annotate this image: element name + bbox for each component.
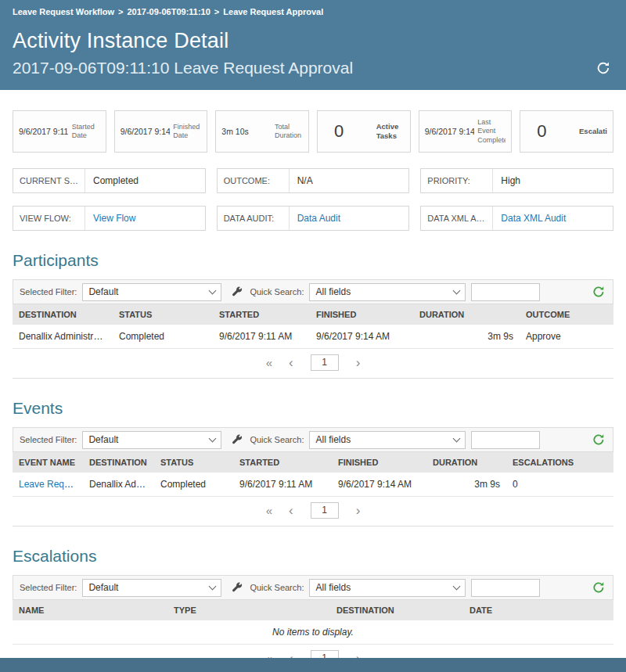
- selected-filter-label: Selected Filter:: [20, 435, 77, 444]
- quick-search-label: Quick Search:: [250, 583, 304, 592]
- column-header[interactable]: STARTED: [213, 304, 310, 325]
- field-label: OUTCOME:: [218, 169, 290, 192]
- field-label: DATA AUDIT:: [218, 207, 290, 230]
- stat-total-duration: 3m 10s Total Duration: [215, 110, 309, 153]
- page-title: Activity Instance Detail: [13, 29, 613, 53]
- participants-toolbar: Selected Filter: Default Quick Search: A…: [13, 279, 613, 304]
- events-quick-search-dropdown[interactable]: All fields: [309, 431, 466, 449]
- stat-value: 3m 10s: [221, 127, 248, 136]
- field-label: DATA XML AUDIT:: [421, 207, 493, 230]
- stat-value: 0: [323, 121, 344, 142]
- breadcrumb-link-workflow[interactable]: Leave Request Workflow: [13, 7, 114, 16]
- prev-page-button[interactable]: ‹: [289, 504, 293, 517]
- table-header-row: DESTINATION STATUS STARTED FINISHED DURA…: [13, 304, 613, 325]
- quick-search-value: All fields: [315, 286, 351, 297]
- stat-value: 9/6/2017 9:14 AM: [121, 127, 171, 136]
- column-header[interactable]: EVENT NAME: [13, 452, 83, 473]
- selected-filter-label: Selected Filter:: [20, 583, 77, 592]
- breadcrumb-separator: >: [214, 7, 219, 16]
- column-header[interactable]: STARTED: [233, 452, 332, 473]
- escalations-quick-search-dropdown[interactable]: All fields: [309, 579, 466, 597]
- column-header[interactable]: TYPE: [167, 600, 330, 620]
- events-pagination: « ‹ 1 ›: [13, 497, 613, 526]
- wrench-icon[interactable]: [232, 582, 243, 593]
- column-header[interactable]: DURATION: [426, 452, 506, 473]
- table-row[interactable]: Leave Request Approval Denallix Administ…: [13, 473, 613, 497]
- first-page-button[interactable]: «: [266, 357, 272, 368]
- stat-last-event-completed: 9/6/2017 9:14 AM Last Event Completed: [419, 110, 513, 153]
- participants-selected-filter-dropdown[interactable]: Default: [82, 283, 221, 301]
- column-header[interactable]: FINISHED: [332, 452, 426, 473]
- stat-value: 9/6/2017 9:14 AM: [425, 127, 475, 136]
- events-section: Events Selected Filter: Default Quick Se…: [0, 399, 626, 526]
- cell-finished: 9/6/2017 9:14 AM: [332, 473, 426, 497]
- escalations-search-input[interactable]: [471, 579, 540, 597]
- stat-label: Finished Date: [173, 123, 201, 141]
- events-table: EVENT NAME DESTINATION STATUS STARTED FI…: [13, 452, 613, 497]
- cell-status: Completed: [154, 473, 233, 497]
- column-header[interactable]: STATUS: [154, 452, 233, 473]
- selected-filter-value: Default: [88, 434, 118, 445]
- cell-finished: 9/6/2017 9:14 AM: [310, 325, 413, 349]
- refresh-icon[interactable]: [596, 61, 613, 75]
- masthead: Leave Request Workflow>2017-09-06T09:11:…: [0, 0, 626, 90]
- breadcrumb-link-instance[interactable]: 2017-09-06T09:11:10: [127, 7, 210, 16]
- column-header[interactable]: NAME: [13, 600, 167, 620]
- column-header[interactable]: DURATION: [413, 304, 520, 325]
- column-header[interactable]: DESTINATION: [330, 600, 463, 620]
- participants-search-input[interactable]: [471, 283, 540, 301]
- escalations-toolbar: Selected Filter: Default Quick Search: A…: [13, 575, 613, 600]
- next-page-button[interactable]: ›: [356, 356, 361, 369]
- table-header-row: NAME TYPE DESTINATION DATE: [13, 600, 613, 620]
- wrench-icon[interactable]: [232, 286, 243, 297]
- wrench-icon[interactable]: [232, 434, 243, 445]
- participants-section: Participants Selected Filter: Default Qu…: [0, 251, 626, 379]
- chevron-down-icon: [453, 434, 461, 442]
- view-flow-link[interactable]: View Flow: [85, 207, 205, 230]
- column-header[interactable]: ESCALATIONS: [506, 452, 613, 473]
- field-value: Completed: [85, 169, 205, 192]
- first-page-button[interactable]: «: [266, 505, 272, 516]
- chevron-down-icon: [453, 286, 461, 294]
- cell-destination: Denallix Administrator: [83, 473, 154, 497]
- footer-bar: [0, 658, 626, 672]
- stat-escalations: 0 Escalations: [520, 110, 613, 153]
- escalations-selected-filter-dropdown[interactable]: Default: [82, 579, 221, 597]
- data-xml-audit-link[interactable]: Data XML Audit: [493, 207, 613, 230]
- empty-message: No items to display.: [13, 620, 613, 645]
- cell-outcome: Approve: [520, 325, 613, 349]
- participants-quick-search-dropdown[interactable]: All fields: [309, 283, 466, 301]
- quick-search-value: All fields: [315, 582, 351, 593]
- refresh-icon[interactable]: [592, 433, 606, 446]
- data-audit-link[interactable]: Data Audit: [290, 207, 409, 230]
- column-header[interactable]: DATE: [463, 600, 613, 620]
- column-header[interactable]: DESTINATION: [83, 452, 154, 473]
- events-title: Events: [13, 399, 613, 418]
- table-row[interactable]: Denallix Administrator Completed 9/6/201…: [13, 325, 613, 349]
- quick-search-label: Quick Search:: [250, 287, 304, 296]
- column-header[interactable]: FINISHED: [310, 304, 413, 325]
- stat-started-date: 9/6/2017 9:11 AM Started Date: [13, 110, 106, 153]
- next-page-button[interactable]: ›: [356, 504, 361, 517]
- refresh-icon[interactable]: [592, 581, 606, 594]
- column-header[interactable]: DESTINATION: [13, 304, 113, 325]
- refresh-icon[interactable]: [592, 286, 606, 298]
- cell-status: Completed: [113, 325, 213, 349]
- stat-finished-date: 9/6/2017 9:14 AM Finished Date: [114, 110, 208, 153]
- selected-filter-label: Selected Filter:: [20, 287, 77, 296]
- events-search-input[interactable]: [471, 431, 540, 449]
- events-selected-filter-dropdown[interactable]: Default: [82, 431, 221, 449]
- stat-active-tasks: 0 Active Tasks: [317, 110, 411, 153]
- empty-row: No items to display.: [13, 620, 613, 645]
- cell-destination: Denallix Administrator: [13, 325, 113, 349]
- cell-escalations: 0: [506, 473, 613, 497]
- stat-label: Started Date: [72, 123, 100, 141]
- breadcrumb: Leave Request Workflow>2017-09-06T09:11:…: [13, 7, 613, 16]
- current-page-indicator: 1: [311, 354, 339, 371]
- column-header[interactable]: STATUS: [113, 304, 213, 325]
- prev-page-button[interactable]: ‹: [289, 356, 293, 369]
- column-header[interactable]: OUTCOME: [520, 304, 613, 325]
- participants-title: Participants: [13, 251, 613, 270]
- event-name-link[interactable]: Leave Request Approval: [19, 479, 83, 490]
- breadcrumb-separator: >: [118, 7, 123, 16]
